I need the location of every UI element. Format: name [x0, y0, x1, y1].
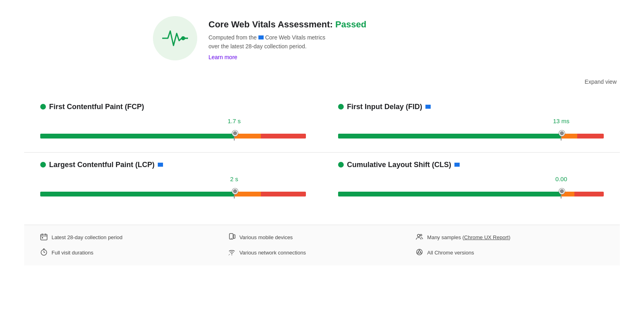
lcp-title: Largest Contentful Paint (LCP)	[49, 161, 155, 169]
fcp-bar-orange	[234, 134, 261, 139]
lcp-bar-container: 2 s	[40, 176, 306, 196]
footer-visit-label: Full visit durations	[52, 250, 93, 256]
lcp-flag-icon	[158, 163, 163, 167]
svg-point-10	[417, 234, 420, 237]
expand-view-row: Expand view	[24, 77, 620, 87]
svg-rect-8	[233, 235, 235, 238]
metric-panel-cls: Cumulative Layout Shift (CLS) 0.00	[322, 153, 620, 210]
header-section: Core Web Vitals Assessment: Passed Compu…	[24, 16, 620, 61]
desc-part1: Computed from the	[208, 34, 257, 41]
fcp-bar-container: 1.7 s	[40, 118, 306, 139]
learn-more-link[interactable]: Learn more	[208, 54, 237, 60]
footer-network-connections: Various network connections	[228, 248, 416, 257]
fid-status-dot	[338, 104, 344, 110]
fid-value-label: 13 ms	[553, 118, 570, 124]
header-desc: Computed from the Core Web Vitals metric…	[208, 33, 366, 51]
footer-samples-label: Many samples (Chrome UX Report)	[427, 234, 510, 240]
lcp-bar-orange	[234, 192, 261, 196]
svg-rect-6	[42, 237, 43, 238]
lcp-bar-track	[40, 192, 306, 196]
svg-point-17	[231, 254, 232, 255]
fid-title: First Input Delay (FID)	[347, 103, 422, 111]
footer-chrome-versions: All Chrome versions	[416, 248, 604, 257]
footer-visit-durations: Full visit durations	[40, 248, 228, 257]
lcp-bar-red	[261, 192, 306, 196]
metric-panel-fcp: First Contentful Paint (FCP) 1.7 s	[24, 95, 322, 153]
svg-point-20	[418, 251, 421, 253]
cls-bar-marker	[561, 190, 561, 199]
fcp-status-dot	[40, 104, 46, 110]
fid-bar-container: 13 ms	[338, 118, 604, 139]
wifi-icon	[228, 248, 235, 257]
metric-title-row-fcp: First Contentful Paint (FCP)	[40, 103, 306, 111]
cls-bar-container: 0.00	[338, 176, 604, 196]
cls-value-label: 0.00	[555, 176, 567, 182]
footer-mobile-label: Various mobile devices	[239, 234, 293, 240]
footer-info: Latest 28-day collection period Various …	[24, 225, 620, 265]
metric-title-row-fid: First Input Delay (FID)	[338, 103, 604, 111]
lcp-value-label: 2 s	[230, 176, 238, 182]
cls-flag-icon	[454, 163, 460, 167]
fcp-bar-marker	[234, 132, 235, 141]
lcp-bar-marker	[234, 190, 235, 199]
svg-rect-2	[41, 234, 47, 240]
fid-bar-red	[577, 134, 604, 139]
cls-title: Cumulative Layout Shift (CLS)	[347, 161, 451, 169]
cls-status-dot	[338, 162, 344, 168]
expand-view-button[interactable]: Expand view	[582, 77, 620, 87]
desc-part3: over the latest 28-day collection period…	[208, 43, 307, 50]
title-prefix: Core Web Vitals Assessment:	[208, 19, 335, 29]
footer-collection-period: Latest 28-day collection period	[40, 233, 228, 242]
footer-mobile-devices: Various mobile devices	[228, 233, 416, 242]
cls-bar-green	[338, 192, 561, 196]
fcp-title: First Contentful Paint (FCP)	[49, 103, 144, 111]
footer-collection-label: Latest 28-day collection period	[52, 234, 122, 240]
footer-many-samples: Many samples (Chrome UX Report)	[416, 233, 604, 242]
mobile-icon	[228, 233, 235, 242]
svg-line-23	[417, 252, 418, 253]
lcp-bar-green	[40, 192, 234, 196]
core-web-vitals-flag-icon	[258, 35, 264, 39]
fcp-value-label: 1.7 s	[228, 118, 241, 124]
fcp-bar-green	[40, 134, 234, 139]
chrome-icon	[416, 248, 423, 257]
metric-panel-lcp: Largest Contentful Paint (LCP) 2 s	[24, 153, 322, 210]
header-text: Core Web Vitals Assessment: Passed Compu…	[208, 16, 366, 61]
calendar-icon	[40, 233, 47, 242]
fcp-bar-red	[261, 134, 306, 139]
fid-bar-marker	[561, 132, 561, 141]
metric-title-row-cls: Cumulative Layout Shift (CLS)	[338, 161, 604, 169]
metrics-grid: First Contentful Paint (FCP) 1.7 s First…	[24, 95, 620, 210]
chrome-ux-link[interactable]: Chrome UX Report	[464, 234, 509, 240]
fcp-bar-track	[40, 134, 306, 139]
desc-part2: Core Web Vitals metrics	[265, 34, 326, 41]
cls-bar-track	[338, 192, 604, 196]
lcp-status-dot	[40, 162, 46, 168]
vitals-icon-circle	[153, 16, 197, 60]
fid-bar-green	[338, 134, 561, 139]
timer-icon	[40, 248, 47, 257]
metric-title-row-lcp: Largest Contentful Paint (LCP)	[40, 161, 306, 169]
cls-bar-red	[574, 192, 604, 196]
svg-point-11	[420, 234, 422, 236]
fid-bar-track	[338, 134, 604, 139]
metric-panel-fid: First Input Delay (FID) 13 ms	[322, 95, 620, 153]
fid-flag-icon	[425, 105, 431, 109]
svg-line-18	[229, 254, 230, 255]
title-status: Passed	[335, 19, 366, 29]
users-icon	[416, 233, 423, 242]
svg-line-22	[421, 252, 422, 253]
footer-network-label: Various network connections	[239, 250, 306, 256]
footer-chrome-label: All Chrome versions	[427, 250, 474, 256]
header-title: Core Web Vitals Assessment: Passed	[208, 19, 366, 30]
